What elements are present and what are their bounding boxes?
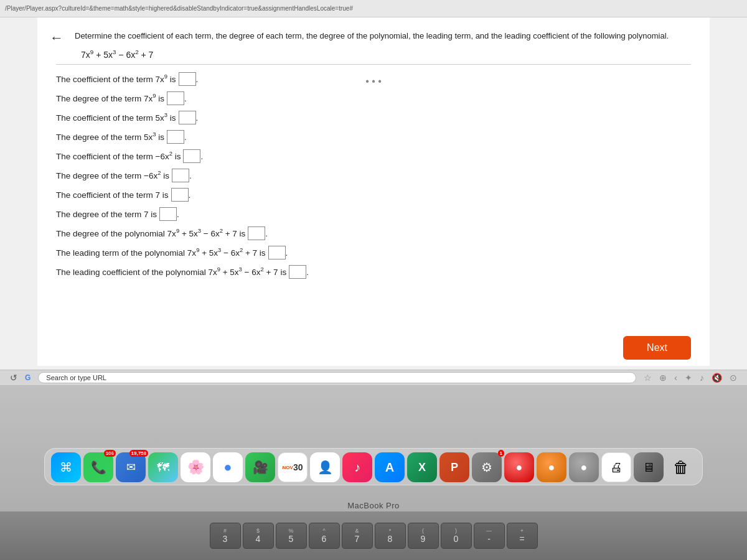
key-3-shift: #	[223, 528, 227, 534]
key-0-main: 0	[454, 534, 459, 544]
problem-instruction: Determine the coefficient of each term, …	[56, 30, 691, 42]
q4-period: .	[184, 132, 187, 144]
key-4-shift: $	[256, 528, 260, 534]
left-arrow-icon[interactable]: ‹	[674, 373, 677, 383]
q10-input[interactable]	[268, 246, 286, 259]
sysprefs-badge: 1	[498, 450, 504, 457]
dock-powerpoint[interactable]: P	[439, 452, 469, 482]
browser-bottom-bar: ↺ G ☆ ⊕ ‹ ✦ ♪ 🔇 ⊙	[0, 370, 747, 386]
q5-text: The coefficient of the term −6x2 is	[56, 149, 181, 162]
key-minus-shift: —	[486, 528, 492, 534]
key-8[interactable]: * 8	[375, 523, 406, 549]
dock-excel[interactable]: X	[407, 452, 437, 482]
polynomial-display: 7x9 + 5x3 − 6x2 + 7	[81, 49, 691, 60]
question-row-4: The degree of the term 5x3 is .	[56, 130, 691, 144]
dock-safari[interactable]: ⌘	[51, 452, 81, 482]
key-3[interactable]: # 3	[210, 523, 241, 549]
q3-period: .	[196, 113, 199, 124]
key-minus[interactable]: — -	[474, 523, 505, 549]
key-6[interactable]: ^ 6	[309, 523, 340, 549]
key-0[interactable]: ) 0	[441, 523, 472, 549]
mail-badge: 19,758	[129, 450, 148, 457]
q3-text: The coefficient of the term 5x3 is	[56, 111, 176, 124]
q10-period: .	[286, 248, 288, 259]
dock-finder[interactable]: 🖥	[634, 452, 664, 482]
dock-trash[interactable]: 🗑	[666, 452, 696, 482]
key-9-main: 9	[421, 534, 426, 544]
question-row-11: The leading coefficient of the polynomia…	[56, 265, 691, 279]
reload-icon[interactable]: ↺	[10, 373, 17, 383]
key-minus-main: -	[487, 534, 491, 544]
question-row-2: The degree of the term 7x9 is .	[56, 91, 691, 105]
q7-input[interactable]	[171, 188, 189, 202]
dock-music[interactable]: ♪	[342, 452, 372, 482]
key-6-shift: ^	[322, 528, 325, 534]
back-arrow-button[interactable]: ←	[50, 30, 63, 46]
q1-text: The coefficient of the term 7x9 is	[56, 72, 176, 85]
search-input[interactable]	[38, 372, 636, 383]
q7-text: The coefficient of the term 7 is	[56, 190, 169, 202]
key-7[interactable]: & 7	[342, 523, 373, 549]
google-icon: G	[25, 373, 31, 382]
dock: ⌘ 106 📞 19,758 ✉ 🗺 🌸 ● 🎥 NOV 30	[44, 448, 703, 485]
key-equals[interactable]: + =	[507, 523, 538, 549]
dots-icon: • • •	[365, 76, 382, 87]
dock-facetime[interactable]: 🎥	[245, 452, 275, 482]
key-6-main: 6	[322, 534, 327, 544]
q11-input[interactable]	[289, 265, 306, 279]
q5-period: .	[200, 151, 203, 163]
menu-icon[interactable]: ⊙	[730, 373, 737, 383]
content-area: ← Determine the coefficient of each term…	[37, 17, 710, 366]
speaker-icon[interactable]: ♪	[700, 373, 704, 383]
q8-period: .	[177, 209, 179, 221]
add-tab-icon[interactable]: ⊕	[659, 373, 667, 383]
key-9[interactable]: ( 9	[408, 523, 439, 549]
q2-input[interactable]	[167, 91, 184, 105]
dock-photos[interactable]: 🌸	[181, 452, 210, 482]
q11-text: The leading coefficient of the polynomia…	[56, 265, 286, 278]
question-row-5: The coefficient of the term −6x2 is .	[56, 149, 691, 163]
key-8-main: 8	[388, 534, 393, 544]
q11-period: .	[306, 267, 309, 279]
dock-printer[interactable]: 🖨	[601, 452, 631, 482]
q6-text: The degree of the term −6x2 is	[56, 169, 169, 182]
cal-day: 30	[293, 462, 303, 472]
key-8-shift: *	[389, 528, 392, 534]
q5-input[interactable]	[183, 149, 200, 163]
dock-sysprefs[interactable]: 1 ⚙	[472, 452, 502, 482]
key-5-shift: %	[288, 528, 293, 534]
dock-chrome[interactable]: ●	[213, 452, 243, 482]
dock-maps[interactable]: 🗺	[148, 452, 178, 482]
q3-input[interactable]	[179, 111, 196, 124]
browser-area: /Player/Player.aspx?cultureId=&theme=mat…	[0, 0, 747, 386]
key-9-shift: (	[422, 528, 424, 534]
q4-input[interactable]	[167, 130, 184, 144]
q1-input[interactable]	[179, 72, 196, 86]
q2-text: The degree of the term 7x9 is	[56, 91, 164, 105]
q9-input[interactable]	[248, 226, 265, 240]
dock-mail[interactable]: 19,758 ✉	[116, 452, 146, 482]
key-4[interactable]: $ 4	[243, 523, 274, 549]
key-5[interactable]: % 5	[276, 523, 307, 549]
dock-gray-app[interactable]: ●	[569, 452, 599, 482]
q9-period: .	[265, 228, 268, 240]
question-row-8: The degree of the term 7 is .	[56, 207, 691, 221]
url-bar-top-text: /Player/Player.aspx?cultureId=&theme=mat…	[5, 5, 353, 12]
bookmark-icon[interactable]: ☆	[644, 373, 652, 383]
q10-text: The leading term of the polynomial 7x9 +…	[56, 246, 266, 259]
dock-phone[interactable]: 106 📞	[83, 452, 113, 482]
dock-calendar[interactable]: NOV 30	[278, 452, 308, 482]
dock-appstore[interactable]: A	[375, 452, 405, 482]
q8-input[interactable]	[159, 207, 177, 221]
key-4-main: 4	[256, 534, 261, 544]
dock-red-app[interactable]: ●	[504, 452, 534, 482]
url-bar-top: /Player/Player.aspx?cultureId=&theme=mat…	[0, 0, 747, 17]
brightness-icon[interactable]: ✦	[685, 373, 692, 383]
mute-icon[interactable]: 🔇	[712, 373, 722, 383]
next-button[interactable]: Next	[623, 336, 691, 360]
key-5-main: 5	[289, 534, 294, 544]
q2-period: .	[184, 93, 187, 105]
dock-contacts[interactable]: 👤	[310, 452, 340, 482]
q6-input[interactable]	[172, 169, 189, 182]
dock-orange-app[interactable]: ●	[537, 452, 566, 482]
